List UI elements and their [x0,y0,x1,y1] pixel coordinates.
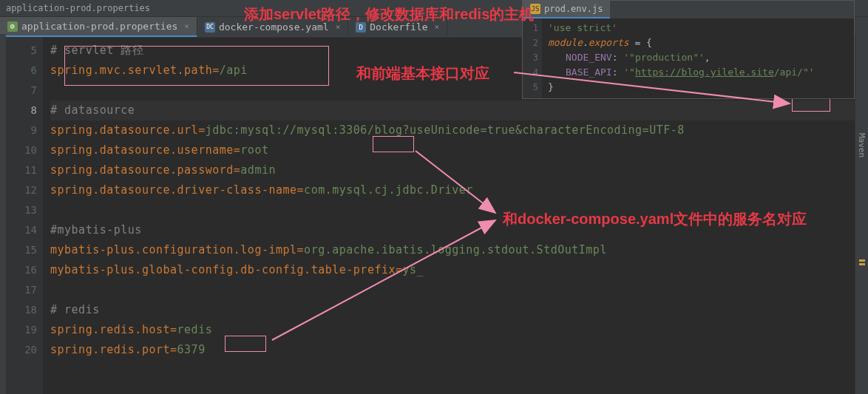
line-number: 5 [523,80,538,95]
line-number: 1 [523,21,538,35]
line-number-gutter: 5 6 7 8 9 10 11 12 13 14 15 16 17 18 19 … [6,38,43,394]
line-number: 6 [6,61,37,81]
line-number: 12 [6,180,37,200]
side-tab-label: prod.env.js [544,4,603,14]
close-icon[interactable]: × [336,22,341,32]
tab-label: Dockerfile [370,21,427,33]
tab-docker-compose[interactable]: DC docker-compose.yaml × [197,18,348,36]
line-number: 13 [6,200,37,220]
code-line-15: mybatis-plus.configuration.log-impl=org.… [50,240,864,260]
side-tabs: JS prod.env.js [523,1,854,18]
line-number: 18 [6,300,37,320]
code-line-10: spring.datasource.username=root [50,140,864,160]
side-editor-panel: JS prod.env.js 1 2 3 4 5 'use strict' mo… [522,0,855,99]
code-line-11: spring.datasource.password=admin [50,160,864,180]
js-icon: JS [530,4,540,14]
docker-icon: D [356,22,366,33]
line-number: 9 [6,120,37,140]
right-marker-strip [855,34,868,394]
tab-label: docker-compose.yaml [219,21,329,33]
close-icon[interactable]: × [184,21,189,31]
warning-marker[interactable] [859,263,865,265]
line-number: 19 [6,320,37,340]
side-editor-content[interactable]: 1 2 3 4 5 'use strict' module.exports = … [523,18,854,98]
left-gutter-strip [0,34,6,394]
code-line-19: spring.redis.host=redis [50,320,864,340]
warning-marker[interactable] [859,259,865,262]
side-line-2: module.exports = { [548,35,854,50]
line-number: 10 [6,140,37,160]
tab-label: application-prod.properties [21,21,177,32]
yaml-icon: DC [205,22,215,33]
side-line-5: } [548,80,854,95]
side-gutter: 1 2 3 4 5 [523,18,542,98]
line-number: 2 [523,35,538,50]
code-line-9: spring.datasource.url=jdbc:mysql://mysql… [50,120,864,140]
line-number: 11 [6,160,37,180]
code-line-16: mybatis-plus.global-config.db-config.tab… [50,260,864,280]
line-number: 15 [6,240,37,260]
side-line-1: 'use strict' [548,21,854,35]
tab-dockerfile[interactable]: D Dockerfile × [348,18,447,36]
side-tab-prod-env[interactable]: JS prod.env.js [523,1,610,18]
tab-application-prod[interactable]: ⚙ application-prod.properties × [0,17,197,37]
code-line-18: # redis [50,300,864,320]
code-line-14: #mybatis-plus [50,220,864,240]
line-number: 20 [6,340,37,360]
line-number: 16 [6,260,37,280]
line-number: 5 [6,41,37,61]
code-line-13 [50,200,864,220]
properties-icon: ⚙ [7,21,18,32]
side-line-3: NODE_ENV: '"production"', [548,50,854,65]
close-icon[interactable]: × [435,22,440,32]
line-number: 7 [6,81,37,101]
code-line-8: # datasource [50,101,864,120]
line-number: 4 [523,65,538,80]
code-line-12: spring.datasource.driver-class-name=com.… [50,180,864,200]
line-number: 14 [6,220,37,240]
line-number: 17 [6,280,37,300]
code-line-20: spring.redis.port=6379 [50,340,864,360]
line-number: 8 [6,101,37,120]
side-line-4: BASE_API: '"https://blog.yilele.site/api… [548,65,854,80]
line-number: 3 [523,50,538,65]
code-line-17 [50,280,864,300]
side-code[interactable]: 'use strict' module.exports = { NODE_ENV… [542,18,854,98]
maven-tool-tab[interactable]: Maven [857,133,867,157]
